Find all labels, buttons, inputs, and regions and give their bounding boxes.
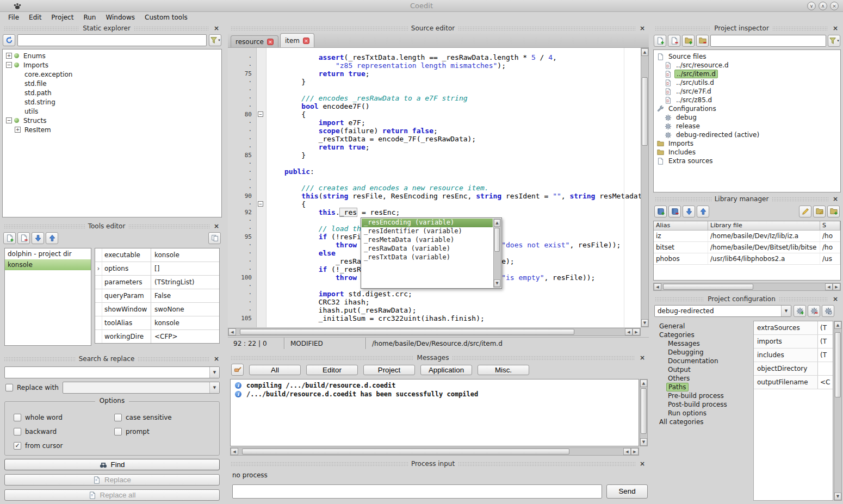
symbol-search-input[interactable] xyxy=(17,34,207,46)
scroll-track[interactable] xyxy=(834,329,841,493)
clone-tool-button[interactable] xyxy=(208,232,221,244)
scroll-left-icon[interactable]: ◀ xyxy=(228,328,236,335)
category-item[interactable]: Messages xyxy=(655,339,747,348)
fold-collapse-icon[interactable]: − xyxy=(258,111,263,117)
expand-icon[interactable]: + xyxy=(15,127,21,133)
config-property-row[interactable]: outputFilename<C xyxy=(754,376,833,389)
scroll-right-icon[interactable]: ▶ xyxy=(833,283,840,290)
scroll-thumb[interactable] xyxy=(642,77,648,146)
checkbox[interactable] xyxy=(114,414,122,421)
library-row[interactable]: iz/home/basile/Dev/Iz/lib/iz.a/ho xyxy=(654,231,840,242)
code-line[interactable]: · import std.digest.crc; xyxy=(228,290,641,298)
code-line[interactable]: · xyxy=(228,159,641,167)
filter-editor[interactable]: Editor xyxy=(306,365,358,375)
category-item[interactable]: General xyxy=(655,322,747,331)
property-row[interactable]: ›options[] xyxy=(95,262,219,276)
edit-library-button[interactable] xyxy=(799,206,811,217)
panel-header[interactable]: Project inspector × xyxy=(652,24,842,33)
remove-library-button[interactable] xyxy=(668,206,681,217)
code-line[interactable]: · } xyxy=(228,78,641,86)
code-line[interactable]: ·− { xyxy=(228,200,641,208)
panel-header[interactable]: Source editor × xyxy=(228,24,649,33)
tab-close-icon[interactable]: × xyxy=(303,38,309,44)
close-icon[interactable]: × xyxy=(213,355,220,363)
checkbox[interactable] xyxy=(14,414,21,421)
menu-file[interactable]: File xyxy=(3,13,24,22)
code-line[interactable]: · xyxy=(228,176,641,184)
chevron-down-icon[interactable]: ▼ xyxy=(209,382,219,393)
category-item[interactable]: Categories xyxy=(655,331,747,339)
fold-collapse-icon[interactable]: − xyxy=(258,201,263,207)
inspector-item[interactable]: D../src/z85.d xyxy=(654,96,840,104)
library-row[interactable]: phobos/usr/lib64/libphobos2.a/us xyxy=(654,253,840,265)
close-icon[interactable]: × xyxy=(832,24,839,32)
scroll-up-icon[interactable]: ▲ xyxy=(641,48,648,56)
code-line[interactable]: 75 return true; xyxy=(228,70,641,78)
scroll-thumb[interactable] xyxy=(242,449,569,455)
category-item[interactable]: Run options xyxy=(655,409,747,418)
collapse-icon[interactable]: − xyxy=(6,117,12,123)
panel-header[interactable]: Search & replace × xyxy=(1,354,223,363)
configuration-select[interactable]: debug-redirected ▼ xyxy=(654,305,791,317)
menu-run[interactable]: Run xyxy=(78,13,101,22)
property-row[interactable]: workingDire<CFP> xyxy=(95,330,219,344)
shade-button[interactable]: ∨ xyxy=(807,2,816,10)
add-library-button[interactable] xyxy=(654,206,667,217)
tree-item[interactable]: std.string xyxy=(3,97,221,107)
code-line[interactable]: · ihash.put(_resRawData); xyxy=(228,306,641,314)
category-item[interactable]: Post-build process xyxy=(655,400,747,409)
category-item[interactable]: Paths xyxy=(655,383,747,391)
inspector-item[interactable]: D../src/item.d xyxy=(654,70,840,78)
scroll-left-icon[interactable]: ◀ xyxy=(231,448,238,455)
column-header-library-file[interactable]: Library file xyxy=(708,221,820,231)
property-row[interactable]: parameters(TStringList) xyxy=(95,276,219,289)
inspector-item[interactable]: Source files xyxy=(654,52,840,61)
close-icon[interactable]: × xyxy=(639,460,646,468)
scroll-thumb[interactable] xyxy=(641,388,647,434)
message-row[interactable]: icompiling /.../build/resource.d.coedit xyxy=(231,381,639,390)
scroll-left-icon[interactable]: ◀ xyxy=(825,283,833,290)
menu-edit[interactable]: Edit xyxy=(24,13,46,22)
move-library-up-button[interactable] xyxy=(697,206,709,217)
move-tool-down-button[interactable] xyxy=(32,232,44,244)
code-line[interactable]: · CRC32 ihash; xyxy=(228,298,641,306)
scroll-track[interactable] xyxy=(661,283,825,290)
code-line[interactable]: · _resTxtData = encode_7F(_resRawData); xyxy=(228,135,641,143)
scroll-right-icon[interactable]: ▶ xyxy=(633,328,640,335)
scroll-up-icon[interactable]: ▲ xyxy=(494,219,500,227)
find-button[interactable]: Find xyxy=(4,459,220,470)
clone-configuration-button[interactable] xyxy=(822,305,834,317)
tree-item[interactable]: +Enums xyxy=(3,51,221,60)
config-property-row[interactable]: objectDirectory xyxy=(754,362,833,376)
send-button[interactable]: Send xyxy=(606,484,648,499)
collapse-icon[interactable]: − xyxy=(6,62,12,68)
option-from-cursor[interactable]: ✓from cursor xyxy=(14,439,114,453)
code-line[interactable]: · assert(_resTxtData.length == _resRawDa… xyxy=(228,53,641,61)
category-item[interactable]: Debugging xyxy=(655,348,747,357)
scroll-thumb[interactable] xyxy=(494,228,500,252)
scroll-track[interactable] xyxy=(640,387,647,438)
panel-header[interactable]: Tools editor × xyxy=(1,222,223,231)
code-line[interactable]: · /// creates and encodes a new resource… xyxy=(228,184,641,192)
filter-misc[interactable]: Misc. xyxy=(478,365,529,375)
filter-button[interactable]: ▾ xyxy=(828,35,840,47)
code-line[interactable]: · "z85 representation length mismatches"… xyxy=(228,61,641,70)
scroll-right-icon[interactable]: ▶ xyxy=(631,448,639,455)
scroll-up-icon[interactable]: ▲ xyxy=(640,379,647,387)
remove-source-button[interactable] xyxy=(668,35,680,47)
menu-project[interactable]: Project xyxy=(46,13,78,22)
panel-header[interactable]: Static explorer × xyxy=(1,24,223,33)
filter-project[interactable]: Project xyxy=(363,365,415,375)
code-line[interactable]: 90 this(string resFile, ResEncoding resE… xyxy=(228,192,641,200)
replace-with-combo[interactable]: ▼ xyxy=(63,382,220,394)
category-item[interactable]: Pre-build process xyxy=(655,391,747,400)
remove-configuration-button[interactable] xyxy=(808,305,820,317)
option-whole-word[interactable]: whole word xyxy=(14,410,114,425)
scroll-down-icon[interactable]: ▼ xyxy=(640,438,647,446)
inspector-item[interactable]: D../src/resource.d xyxy=(654,61,840,70)
scroll-down-icon[interactable]: ▼ xyxy=(834,493,841,500)
completion-item[interactable]: _resIdentifier (variable) xyxy=(362,227,493,236)
scroll-track[interactable] xyxy=(238,448,623,455)
tree-item[interactable]: std.path xyxy=(3,88,221,97)
code-line[interactable]: 80− { xyxy=(228,110,641,119)
